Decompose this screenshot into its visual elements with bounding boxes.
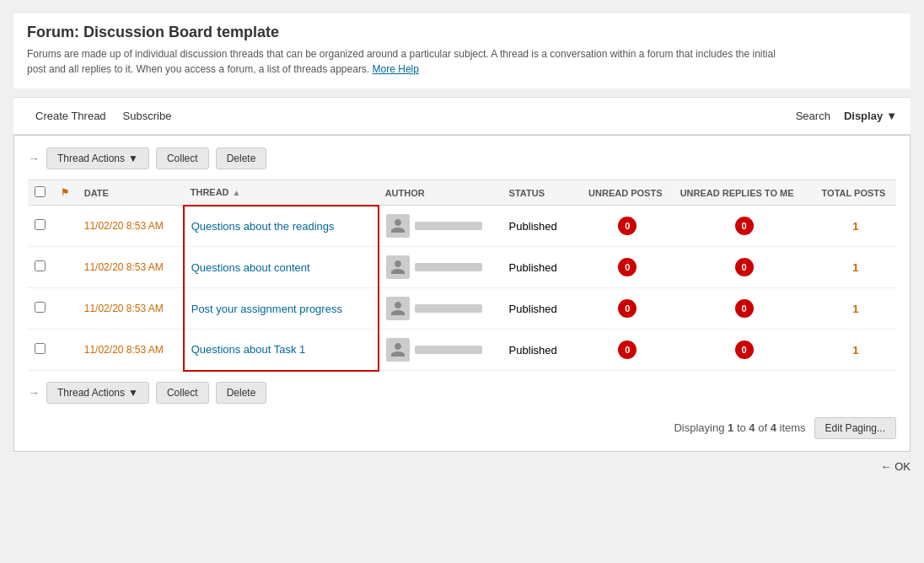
row-date: 11/02/20 8:53 AM bbox=[78, 288, 184, 330]
display-button[interactable]: Display ▼ bbox=[844, 110, 897, 122]
paging-info: Displaying 1 to 4 of 4 items bbox=[674, 421, 805, 434]
thread-link-1[interactable]: Questions about content bbox=[191, 261, 310, 274]
thread-actions-button-top[interactable]: Thread Actions ▼ bbox=[46, 147, 149, 169]
replies-badge-0: 0 bbox=[735, 217, 754, 235]
thread-link-0[interactable]: Questions about the readings bbox=[191, 220, 335, 233]
avatar-0 bbox=[386, 214, 410, 238]
row-date: 11/02/20 8:53 AM bbox=[78, 330, 184, 371]
unread-badge-1: 0 bbox=[618, 258, 637, 276]
table-row: 11/02/20 8:53 AM Questions about the rea… bbox=[28, 206, 896, 247]
unread-badge-3: 0 bbox=[618, 340, 637, 359]
ok-link[interactable]: ← OK bbox=[881, 460, 911, 473]
sort-asc-icon: ▲ bbox=[233, 188, 241, 197]
author-name-1 bbox=[415, 263, 482, 271]
replies-badge-2: 0 bbox=[735, 299, 754, 318]
select-all-checkbox[interactable] bbox=[35, 186, 46, 197]
row-checkbox-cell bbox=[28, 247, 54, 288]
row-author bbox=[379, 288, 502, 330]
row-total: 1 bbox=[815, 288, 896, 330]
table-row: 11/02/20 8:53 AM Post your assignment pr… bbox=[28, 288, 896, 330]
thread-link-2[interactable]: Post your assignment progress bbox=[191, 303, 342, 315]
row-status: Published bbox=[502, 206, 582, 247]
paging-bar: Displaying 1 to 4 of 4 items Edit Paging… bbox=[28, 417, 896, 439]
col-header-author[interactable]: AUTHOR bbox=[379, 180, 502, 206]
subscribe-button[interactable]: Subscribe bbox=[115, 105, 180, 127]
move-icon-top: → bbox=[28, 152, 40, 165]
row-unread: 0 bbox=[582, 330, 674, 371]
row-checkbox-cell bbox=[28, 206, 54, 247]
create-thread-button[interactable]: Create Thread bbox=[27, 105, 115, 127]
row-replies: 0 bbox=[674, 247, 815, 288]
table-row: 11/02/20 8:53 AM Questions about Task 1 … bbox=[28, 330, 896, 371]
chevron-down-icon-bottom: ▼ bbox=[128, 387, 138, 399]
table-row: 11/02/20 8:53 AM Questions about content… bbox=[28, 247, 896, 288]
row-total: 1 bbox=[815, 330, 896, 371]
col-header-flag: ⚑ bbox=[54, 180, 77, 206]
collect-button-bottom[interactable]: Collect bbox=[156, 382, 209, 404]
top-action-bar: → Thread Actions ▼ Collect Delete bbox=[28, 147, 896, 169]
col-header-total[interactable]: TOTAL POSTS bbox=[815, 180, 896, 206]
row-replies: 0 bbox=[674, 206, 815, 247]
flag-sort-icon: ⚑ bbox=[61, 187, 69, 197]
author-name-3 bbox=[415, 346, 482, 354]
row-thread-cell: Questions about content bbox=[184, 247, 379, 288]
row-flag-cell bbox=[54, 330, 77, 371]
row-checkbox-cell bbox=[28, 288, 54, 330]
row-checkbox-2[interactable] bbox=[35, 302, 46, 313]
thread-link-3[interactable]: Questions about Task 1 bbox=[191, 343, 306, 356]
replies-badge-3: 0 bbox=[735, 340, 754, 359]
col-header-date[interactable]: DATE bbox=[78, 180, 184, 206]
row-checkbox-0[interactable] bbox=[35, 219, 46, 230]
thread-actions-button-bottom[interactable]: Thread Actions ▼ bbox=[46, 382, 149, 404]
row-author bbox=[379, 206, 502, 247]
row-date: 11/02/20 8:53 AM bbox=[78, 206, 184, 247]
more-help-link[interactable]: More Help bbox=[373, 63, 419, 75]
total-badge-3: 1 bbox=[852, 344, 858, 357]
row-total: 1 bbox=[815, 247, 896, 288]
row-flag-cell bbox=[54, 206, 77, 247]
delete-button-bottom[interactable]: Delete bbox=[216, 382, 267, 404]
replies-badge-1: 0 bbox=[735, 258, 754, 276]
row-checkbox-cell bbox=[28, 330, 54, 371]
thread-table: ⚑ DATE THREAD ▲ AUTHOR bbox=[28, 180, 896, 372]
row-status: Published bbox=[502, 288, 582, 330]
page-title: Forum: Discussion Board template bbox=[27, 24, 897, 41]
total-badge-0: 1 bbox=[852, 220, 858, 233]
row-flag-cell bbox=[54, 288, 77, 330]
page-description: Forums are made up of individual discuss… bbox=[27, 46, 786, 77]
main-content: → Thread Actions ▼ Collect Delete ⚑ bbox=[13, 135, 911, 452]
avatar-1 bbox=[386, 255, 410, 279]
total-badge-1: 1 bbox=[852, 261, 858, 274]
row-status: Published bbox=[502, 247, 582, 288]
delete-button-top[interactable]: Delete bbox=[216, 147, 267, 169]
row-unread: 0 bbox=[582, 247, 674, 288]
avatar-2 bbox=[386, 297, 410, 320]
author-name-2 bbox=[415, 304, 482, 313]
collect-button-top[interactable]: Collect bbox=[156, 147, 209, 169]
chevron-down-icon-top: ▼ bbox=[128, 153, 138, 164]
row-replies: 0 bbox=[674, 330, 815, 371]
row-unread: 0 bbox=[582, 206, 674, 247]
search-button[interactable]: Search bbox=[796, 110, 830, 122]
col-header-thread[interactable]: THREAD ▲ bbox=[184, 180, 379, 206]
unread-badge-2: 0 bbox=[618, 299, 637, 318]
col-header-unread[interactable]: UNREAD POSTS bbox=[582, 180, 674, 206]
row-total: 1 bbox=[815, 206, 896, 247]
col-header-checkbox bbox=[28, 180, 54, 206]
toolbar: Create Thread Subscribe Search Display ▼ bbox=[13, 97, 911, 135]
row-replies: 0 bbox=[674, 288, 815, 330]
col-header-replies[interactable]: UNREAD REPLIES TO ME bbox=[674, 180, 815, 206]
row-thread-cell: Post your assignment progress bbox=[184, 288, 379, 330]
col-header-status[interactable]: STATUS bbox=[502, 180, 582, 206]
avatar-3 bbox=[386, 338, 410, 362]
row-unread: 0 bbox=[582, 288, 674, 330]
chevron-down-icon: ▼ bbox=[886, 110, 897, 122]
author-name-0 bbox=[415, 222, 482, 230]
total-badge-2: 1 bbox=[852, 303, 858, 315]
row-checkbox-1[interactable] bbox=[35, 260, 46, 271]
row-author bbox=[379, 247, 502, 288]
bottom-action-bar: → Thread Actions ▼ Collect Delete bbox=[28, 382, 896, 404]
edit-paging-button[interactable]: Edit Paging... bbox=[814, 417, 896, 439]
row-checkbox-3[interactable] bbox=[35, 343, 46, 354]
move-icon-bottom: → bbox=[28, 386, 40, 399]
